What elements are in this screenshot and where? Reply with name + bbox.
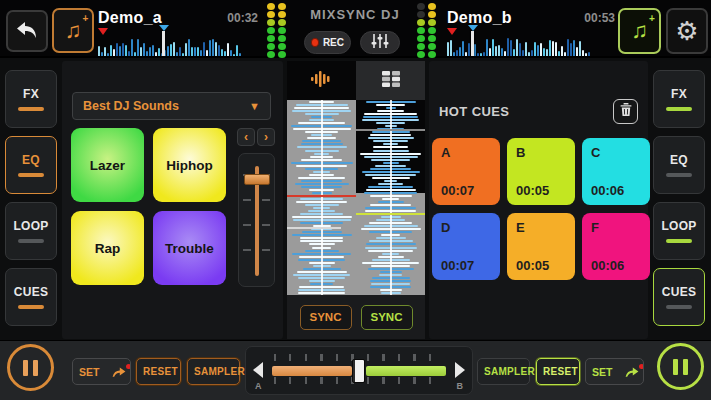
app-title: MIXSYNC DJ [297,7,413,22]
bottom-bar: SET RESET SAMPLER A B SAMPLER [0,340,711,400]
sampler-pad-trouble[interactable]: Trouble [153,211,226,285]
grid-list-icon [382,71,400,90]
back-button[interactable] [6,10,48,52]
jump-arrow-icon [624,366,640,378]
fader-handle[interactable] [244,174,270,185]
deck-a-title: Demo_a [98,9,162,27]
crossfader[interactable]: A B [245,346,473,395]
sampler-pad-hiphop[interactable]: Hiphop [153,128,226,202]
cue-marker-icon [98,28,108,35]
gear-icon: ⚙ [675,18,698,44]
tab-waveform-view[interactable] [287,61,356,100]
deck-a-music-library-button[interactable]: ♫+ [52,8,94,53]
deck-a-waveform[interactable] [287,100,356,295]
deck-a-cue-line [287,227,341,229]
deck-b-fx-button[interactable]: FX [653,70,705,128]
crossfader-b-label: B [457,381,464,391]
waveform-icon [311,71,333,90]
deck-b-sampler-button[interactable]: SAMPLER [477,358,530,385]
hot-cue-d[interactable]: D00:07 [432,213,500,280]
prev-bank-button[interactable]: ‹ [237,128,255,146]
deck-a-volume-fader[interactable] [238,153,275,287]
deck-a-overview-waveform[interactable] [98,35,250,56]
deck-b-controls: FX EQ LOOP CUES [653,70,705,326]
deck-b-eq-button[interactable]: EQ [653,136,705,194]
deck-b-title: Demo_b [447,9,512,27]
top-bar: ♫+ Demo_a 00:32 MIXSYNC DJ REC [0,0,711,58]
dj-app: ♫+ Demo_a 00:32 MIXSYNC DJ REC [0,0,711,400]
deck-b-reset-button[interactable]: RESET [536,358,580,385]
deck-a-cues-button[interactable]: CUES [5,268,57,326]
deck-b-loop-button[interactable]: LOOP [653,202,705,260]
hot-cue-f[interactable]: F00:06 [582,213,650,280]
deck-b-waveform[interactable] [356,100,425,295]
tab-sampler-view[interactable] [356,61,425,100]
deck-b-sync-button[interactable]: SYNC [361,305,413,330]
deck-a-pause-button[interactable] [7,344,54,391]
deck-a-set-button[interactable]: SET [73,359,105,384]
deck-a-loop-button[interactable]: LOOP [5,202,57,260]
deck-a-time: 00:32 [227,11,258,25]
hot-cues-header: HOT CUES [439,97,638,125]
hot-cue-b[interactable]: B00:05 [507,138,575,205]
scrolling-waveforms [287,100,425,295]
deck-a-set-group: SET [72,358,131,385]
deck-a-info: Demo_a 00:32 [98,9,258,57]
mixer-button[interactable] [360,31,400,54]
deck-b-info: Demo_b 00:53 [447,9,615,57]
deck-a-playhead [162,31,165,56]
bank-pager: ‹ › [237,128,275,146]
hot-cue-a[interactable]: A00:07 [432,138,500,205]
pause-icon [23,360,28,376]
back-arrow-icon [16,21,38,42]
deck-b-overview-waveform[interactable] [447,35,599,56]
deck-b-jump-button[interactable] [618,359,644,384]
deck-b-cues-button[interactable]: CUES [653,268,705,326]
hot-cue-e[interactable]: E00:05 [507,213,575,280]
main-area: FX EQ LOOP CUES Best DJ Sounds ▼ Lazer H… [0,60,711,340]
record-button[interactable]: REC [304,31,351,54]
next-bank-button[interactable]: › [257,128,275,146]
sampler-pad-grid: Lazer Hiphop Rap Trouble [71,128,227,286]
deck-b-time: 00:53 [584,11,615,25]
trash-icon [620,103,632,119]
settings-button[interactable]: ⚙ [666,8,708,54]
deck-a-reset-button[interactable]: RESET [136,358,181,385]
deck-a-jump-button[interactable] [105,359,131,384]
hot-cue-c[interactable]: C00:06 [582,138,650,205]
chevron-down-icon: ▼ [249,100,260,112]
sync-row: SYNC SYNC [287,295,425,339]
deck-b-set-group: SET [585,358,644,385]
waveform-panel: SYNC SYNC [287,61,425,339]
deck-b-pause-button[interactable] [657,343,704,390]
mixer-sliders-icon [371,34,389,51]
deck-b-vu-meter [417,3,436,58]
sampler-pad-rap[interactable]: Rap [71,211,144,285]
deck-a-eq-button[interactable]: EQ [5,136,57,194]
deck-b-set-button[interactable]: SET [586,359,618,384]
crossfader-handle[interactable] [352,359,365,383]
deck-a-vu-meter [267,3,286,58]
record-dot-icon [311,38,319,47]
crossfader-a-label: A [255,381,262,391]
crossfade-left-icon [253,362,263,378]
delete-cues-button[interactable] [613,99,638,124]
deck-b-panel: HOT CUES A00:07 B00:05 C00:06 [429,61,648,339]
sampler-pad-lazer[interactable]: Lazer [71,128,144,202]
deck-a-sync-button[interactable]: SYNC [300,305,352,330]
music-note-icon: ♫+ [65,20,82,42]
jump-arrow-icon [111,366,127,378]
deck-b-music-library-button[interactable]: ♫+ [618,8,661,54]
music-note-icon: ♫+ [631,20,648,42]
cue-marker-icon [447,28,457,35]
deck-b-cue-line [356,129,425,131]
pause-icon [673,359,678,375]
deck-a-panel: Best DJ Sounds ▼ Lazer Hiphop Rap Troubl… [62,61,283,339]
deck-b-playhead [471,31,474,56]
deck-a-playhead-line [287,195,356,197]
view-tabs [287,61,425,100]
deck-a-sampler-button[interactable]: SAMPLER [187,358,240,385]
sound-bank-dropdown[interactable]: Best DJ Sounds ▼ [72,92,271,120]
deck-a-fx-button[interactable]: FX [5,70,57,128]
hot-cues-title: HOT CUES [439,104,509,119]
